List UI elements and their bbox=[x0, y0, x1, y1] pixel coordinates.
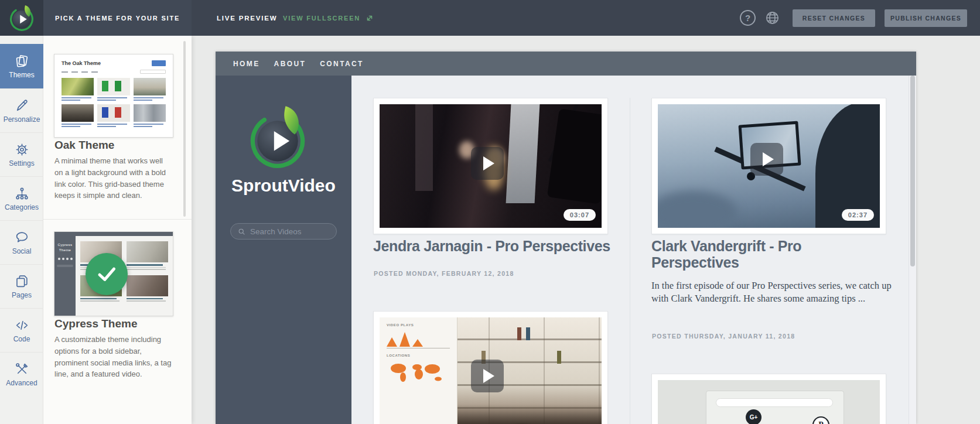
column-divider bbox=[630, 98, 630, 424]
nav-link-home[interactable]: HOME bbox=[233, 60, 260, 68]
oak-theme-name: Oak Theme bbox=[54, 139, 114, 152]
nav-rail: Themes Personalize Settings Categories S… bbox=[0, 36, 43, 424]
rail-item-settings[interactable]: Settings bbox=[0, 132, 43, 176]
world-map-graphic bbox=[387, 362, 448, 383]
rail-label: Advanced bbox=[6, 379, 37, 387]
duration-badge: 02:37 bbox=[842, 209, 874, 221]
sproutvideo-logo-large bbox=[245, 99, 310, 175]
live-preview-label: LIVE PREVIEW bbox=[217, 0, 277, 36]
cypress-theme-name: Cypress Theme bbox=[54, 317, 138, 330]
post-title-clark[interactable]: Clark Vandergrift - Pro Perspectives bbox=[651, 238, 886, 271]
rail-item-code[interactable]: Code bbox=[0, 308, 43, 352]
play-button[interactable] bbox=[471, 147, 504, 180]
rail-label: Social bbox=[12, 248, 32, 255]
panel-scrollbar[interactable] bbox=[183, 41, 186, 217]
selected-check-icon bbox=[86, 253, 128, 295]
post-date-clark: POSTED THURSDAY, JANUARY 11, 2018 bbox=[652, 333, 795, 340]
rail-item-themes[interactable]: Themes bbox=[0, 44, 43, 88]
video-card-shelf[interactable]: VIDEO PLAYS LOCATIONS bbox=[373, 311, 608, 424]
rail-item-pages[interactable]: Pages bbox=[0, 264, 43, 308]
play-icon bbox=[483, 369, 494, 383]
pages-icon bbox=[15, 274, 29, 289]
cypress-theme-description: A customizable theme including options f… bbox=[54, 334, 172, 380]
video-card-jendra[interactable]: 03:07 bbox=[373, 98, 608, 234]
site-sidebar: SproutVideo bbox=[216, 76, 351, 424]
site-search[interactable] bbox=[230, 223, 337, 240]
rail-label: Settings bbox=[9, 160, 34, 167]
preview-scrollbar-thumb[interactable] bbox=[910, 76, 915, 266]
fullscreen-expand-icon bbox=[366, 14, 374, 22]
oak-thumb-search bbox=[140, 70, 166, 74]
view-fullscreen-button[interactable]: VIEW FULLSCREEN bbox=[283, 0, 374, 36]
rail-label: Code bbox=[13, 336, 30, 343]
play-icon bbox=[763, 152, 774, 166]
sproutvideo-logo-icon bbox=[8, 5, 35, 32]
rail-item-social[interactable]: Social bbox=[0, 220, 43, 264]
themes-icon bbox=[15, 54, 29, 69]
settings-icon bbox=[15, 142, 29, 157]
rail-item-advanced[interactable]: Advanced bbox=[0, 352, 43, 396]
categories-icon bbox=[15, 186, 29, 201]
rail-item-personalize[interactable]: Personalize bbox=[0, 88, 43, 132]
googleplus-icon: G+ bbox=[746, 409, 762, 424]
help-glyph: ? bbox=[745, 13, 750, 23]
theme-card-cypress[interactable]: Cypress Theme bbox=[54, 231, 173, 316]
theme-panel-title: PICK A THEME FOR YOUR SITE bbox=[43, 0, 192, 36]
app-logo[interactable] bbox=[0, 0, 43, 36]
oak-theme-description: A minimal theme that works well on a lig… bbox=[54, 155, 172, 201]
poster-subheading: LOCATIONS bbox=[387, 354, 450, 357]
post-date-jendra: POSTED MONDAY, FEBRUARY 12, 2018 bbox=[374, 270, 514, 277]
app: { "topbar": { "panel_title": "PICK A THE… bbox=[0, 0, 980, 424]
shelf-poster: VIDEO PLAYS LOCATIONS bbox=[380, 317, 457, 424]
reset-changes-button[interactable]: RESET CHANGES bbox=[793, 9, 875, 27]
play-button[interactable] bbox=[750, 143, 783, 176]
oak-thumb-button bbox=[152, 60, 166, 66]
site-viewport: HOME ABOUT CONTACT SproutVideo bbox=[216, 52, 916, 424]
video-thumbnail-shelf[interactable]: VIDEO PLAYS LOCATIONS bbox=[380, 317, 602, 424]
topbar: PICK A THEME FOR YOUR SITE LIVE PREVIEW … bbox=[0, 0, 980, 36]
oak-thumb-nav bbox=[62, 70, 166, 74]
theme-picker-panel: The Oak Theme Oak Theme A minimal theme … bbox=[43, 36, 192, 424]
video-thumbnail-social[interactable]: G+ P bbox=[658, 380, 880, 424]
cypress-thumb-sidebar: Cypress Theme bbox=[54, 236, 76, 316]
duration-badge: 03:07 bbox=[564, 209, 596, 221]
social-icon bbox=[15, 230, 29, 245]
play-button[interactable] bbox=[471, 360, 504, 392]
play-icon bbox=[483, 156, 494, 170]
oak-theme-thumbnail: The Oak Theme bbox=[54, 54, 173, 137]
globe-icon[interactable] bbox=[764, 10, 780, 26]
code-icon bbox=[15, 318, 29, 333]
preview-scrollbar-track bbox=[909, 76, 916, 424]
video-thumbnail-jendra[interactable]: 03:07 bbox=[380, 104, 602, 228]
rail-label: Personalize bbox=[4, 116, 40, 123]
cypress-thumb-title: Cypress Theme bbox=[54, 242, 76, 253]
poster-heading: VIDEO PLAYS bbox=[387, 323, 450, 327]
panel-divider bbox=[43, 219, 192, 220]
view-fullscreen-label: VIEW FULLSCREEN bbox=[283, 15, 360, 22]
rail-item-categories[interactable]: Categories bbox=[0, 176, 43, 220]
help-icon[interactable]: ? bbox=[740, 10, 756, 26]
advanced-icon bbox=[15, 362, 29, 377]
rail-label: Themes bbox=[9, 71, 34, 78]
site-title: SproutVideo bbox=[216, 176, 351, 196]
oak-thumb-title: The Oak Theme bbox=[62, 60, 166, 66]
video-card-clark[interactable]: 02:37 bbox=[651, 98, 886, 234]
rail-label: Pages bbox=[12, 292, 32, 299]
nav-link-contact[interactable]: CONTACT bbox=[320, 60, 364, 68]
video-card-social[interactable]: G+ P bbox=[651, 374, 886, 424]
post-title-jendra[interactable]: Jendra Jarnagin - Pro Perspectives bbox=[373, 238, 610, 254]
rail-label: Categories bbox=[5, 204, 39, 211]
nav-link-about[interactable]: ABOUT bbox=[274, 60, 306, 68]
video-thumbnail-clark[interactable]: 02:37 bbox=[658, 104, 880, 228]
search-icon bbox=[238, 228, 245, 235]
search-input[interactable] bbox=[250, 227, 329, 236]
site-nav: HOME ABOUT CONTACT bbox=[216, 52, 916, 76]
post-excerpt-clark: In the first episode of our Pro Perspect… bbox=[651, 279, 894, 305]
theme-card-oak[interactable]: The Oak Theme bbox=[54, 54, 173, 138]
cypress-theme-thumbnail: Cypress Theme bbox=[54, 232, 173, 316]
publish-changes-button[interactable]: PUBLISH CHANGES bbox=[885, 9, 967, 27]
personalize-icon bbox=[15, 98, 29, 113]
live-preview-area: HOME ABOUT CONTACT SproutVideo bbox=[192, 36, 980, 424]
oak-thumb-grid bbox=[62, 78, 166, 127]
